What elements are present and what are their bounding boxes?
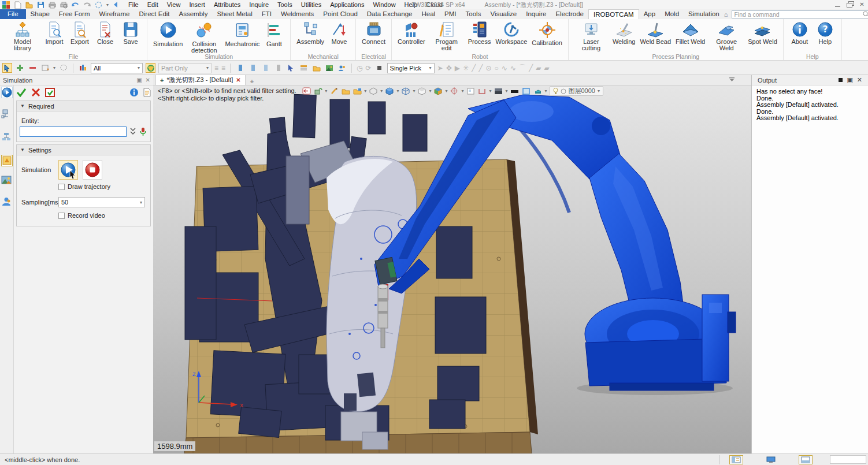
info-icon[interactable] bbox=[129, 88, 139, 98]
panel-close-icon[interactable]: ✕ bbox=[146, 77, 150, 83]
tab-heal[interactable]: Heal bbox=[417, 9, 440, 19]
entity-input[interactable] bbox=[20, 127, 127, 137]
background-icon[interactable] bbox=[494, 87, 503, 96]
about-button[interactable]: About bbox=[788, 21, 812, 45]
spot-weld-button[interactable]: Spot Weld bbox=[746, 21, 779, 51]
toggle-output-panel-icon[interactable] bbox=[764, 455, 778, 464]
scope-globe-icon[interactable] bbox=[146, 63, 155, 73]
tab-mold[interactable]: Mold bbox=[660, 9, 684, 19]
gantt-button[interactable]: Gantt bbox=[262, 21, 286, 54]
weld-bead-button[interactable]: Weld Bead bbox=[638, 21, 673, 51]
menu-item-applications[interactable]: Applications bbox=[330, 1, 364, 8]
tab-electrode[interactable]: Electrode bbox=[551, 9, 588, 19]
dock-robot-cell-icon[interactable] bbox=[1, 109, 13, 120]
menu-item-insert[interactable]: Insert bbox=[189, 1, 205, 8]
layer-combo[interactable]: 图层0000 ▾ bbox=[550, 86, 604, 96]
menu-item-inquire[interactable]: Inquire bbox=[249, 1, 269, 8]
find-command-box[interactable] bbox=[732, 10, 868, 18]
menu-item-edit[interactable]: Edit bbox=[147, 1, 158, 8]
new-tab-button[interactable]: + bbox=[246, 78, 258, 85]
menu-item-file[interactable]: File bbox=[128, 1, 139, 8]
open-file-icon[interactable] bbox=[25, 1, 33, 9]
tab-file[interactable]: File bbox=[0, 9, 26, 19]
export-button[interactable]: Export bbox=[68, 21, 92, 51]
restore-button[interactable] bbox=[846, 1, 854, 8]
new-file-icon[interactable] bbox=[14, 1, 21, 9]
play-simulation-button[interactable] bbox=[58, 160, 78, 180]
remove-selection-icon[interactable] bbox=[28, 63, 38, 73]
minimize-button[interactable] bbox=[834, 1, 841, 8]
wireframe-mode-icon[interactable] bbox=[401, 87, 410, 96]
open-part-icon[interactable] bbox=[341, 87, 350, 96]
sketch-edit-icon[interactable] bbox=[329, 87, 339, 96]
collapse-ribbon-icon[interactable] bbox=[113, 1, 120, 9]
tab-assembly[interactable]: Assembly bbox=[175, 9, 213, 19]
find-command-input[interactable] bbox=[734, 11, 863, 18]
groove-weld-button[interactable]: Groove Weld bbox=[708, 21, 745, 51]
save-button[interactable]: Save bbox=[118, 21, 143, 51]
panel-dock-icon[interactable]: ▣ bbox=[136, 77, 142, 83]
model-library-button[interactable]: Model library bbox=[4, 21, 41, 51]
pick-mode-combo[interactable]: Single Pick▾ bbox=[387, 63, 435, 73]
display-hex-icon[interactable] bbox=[369, 87, 378, 96]
qat-dropdown-icon[interactable]: ▾ bbox=[106, 2, 109, 8]
tab-simulation[interactable]: Simulation bbox=[684, 9, 724, 19]
tab-fti[interactable]: FTI bbox=[257, 9, 276, 19]
simulation-button[interactable]: Simulation bbox=[151, 21, 184, 54]
dock-hierarchy-icon[interactable] bbox=[1, 132, 13, 143]
calibration-button[interactable]: Calibration bbox=[530, 21, 564, 51]
record-video-checkbox[interactable] bbox=[58, 213, 65, 219]
tab-free-form[interactable]: Free Form bbox=[54, 9, 95, 19]
save-file-icon[interactable] bbox=[37, 1, 44, 9]
apply-icon[interactable] bbox=[45, 88, 55, 98]
stack-filter-3-icon[interactable] bbox=[261, 63, 270, 73]
filter-list-icon[interactable] bbox=[78, 63, 88, 73]
tab-bar-pin-icon[interactable] bbox=[729, 77, 735, 83]
loop-icon[interactable]: ⟳ bbox=[366, 64, 372, 72]
menu-item-view[interactable]: View bbox=[167, 1, 181, 8]
output-close-icon[interactable]: ✕ bbox=[857, 76, 862, 84]
regen-model-icon[interactable] bbox=[313, 87, 322, 96]
import-button[interactable]: Import bbox=[42, 21, 66, 51]
close-doc-button[interactable]: Close bbox=[93, 21, 117, 51]
users-filter-icon[interactable] bbox=[337, 63, 347, 73]
tab-shape[interactable]: Shape bbox=[26, 9, 54, 19]
dock-simulation-icon[interactable] bbox=[1, 87, 13, 98]
output-log[interactable]: Has no select any face! Done. Assembly [… bbox=[752, 85, 868, 125]
tab-inquire[interactable]: Inquire bbox=[521, 9, 551, 19]
output-dock-icon[interactable]: ▣ bbox=[847, 76, 852, 84]
tab-pin-icon[interactable]: + bbox=[160, 77, 164, 84]
appearance-icon[interactable] bbox=[533, 87, 542, 96]
sampling-combo[interactable]: 50▾ bbox=[58, 197, 145, 207]
tab-weldments[interactable]: Weldments bbox=[276, 9, 318, 19]
controller-button[interactable]: Controller bbox=[396, 21, 427, 51]
dock-scene-image-icon[interactable] bbox=[1, 175, 13, 187]
print-preview-icon[interactable] bbox=[60, 1, 68, 9]
welding-button[interactable]: Welding bbox=[611, 21, 637, 51]
clip-plane-icon[interactable] bbox=[477, 87, 487, 96]
tab-data-exchange[interactable]: Data Exchange bbox=[362, 9, 417, 19]
tab-tools[interactable]: Tools bbox=[461, 9, 486, 19]
regen-icon[interactable] bbox=[95, 1, 102, 9]
align-top-icon[interactable]: ≡ bbox=[214, 64, 218, 72]
sheet-icon[interactable] bbox=[143, 88, 151, 98]
tab-sheet-metal[interactable]: Sheet Metal bbox=[212, 9, 257, 19]
toggle-manager-panel-icon[interactable] bbox=[729, 455, 743, 464]
entity-filter-combo[interactable]: All▾ bbox=[91, 63, 143, 73]
move-button[interactable]: Move bbox=[327, 21, 351, 45]
workspace-button[interactable]: Workspace bbox=[494, 21, 529, 51]
view-orient-icon[interactable] bbox=[417, 87, 426, 96]
program-edit-button[interactable]: Progam edit bbox=[428, 21, 465, 51]
menu-item-tools[interactable]: Tools bbox=[277, 1, 292, 8]
tab-point-cloud[interactable]: Point Cloud bbox=[318, 9, 362, 19]
tab-app[interactable]: App bbox=[639, 9, 660, 19]
expand-chevrons-icon[interactable] bbox=[129, 127, 136, 136]
folder-filter-icon[interactable] bbox=[311, 63, 321, 73]
robot-scene-canvas[interactable]: Z X bbox=[153, 85, 751, 453]
laser-cutting-button[interactable]: Laser cutting bbox=[573, 21, 610, 51]
settings-section-header[interactable]: ▼ Settings bbox=[17, 145, 150, 155]
undo-icon[interactable] bbox=[72, 1, 79, 9]
stack-filter-2-icon[interactable] bbox=[248, 63, 258, 73]
toggle-status-panel-icon[interactable] bbox=[799, 455, 813, 464]
rotate-target-icon[interactable] bbox=[450, 87, 459, 96]
